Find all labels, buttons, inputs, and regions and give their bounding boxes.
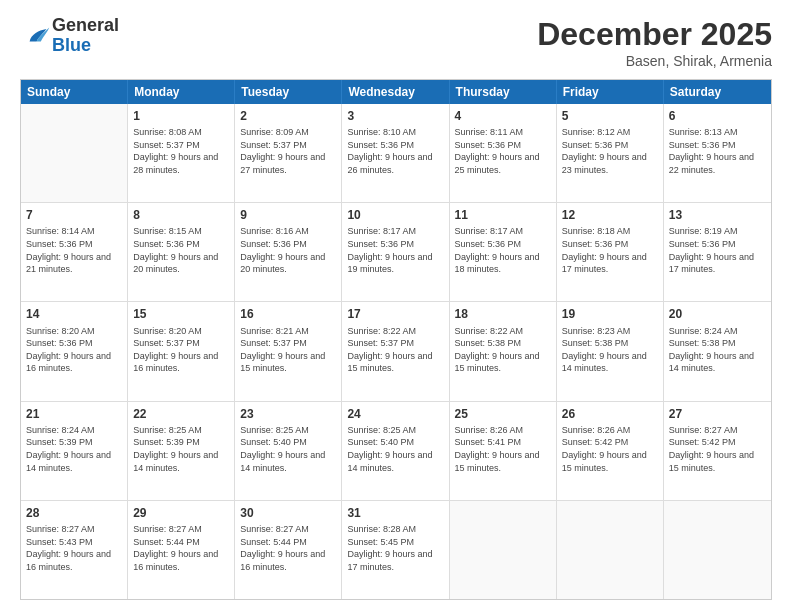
calendar-cell: 11Sunrise: 8:17 AMSunset: 5:36 PMDayligh…: [450, 203, 557, 301]
calendar-cell: 4Sunrise: 8:11 AMSunset: 5:36 PMDaylight…: [450, 104, 557, 202]
sun-info: Sunrise: 8:23 AMSunset: 5:38 PMDaylight:…: [562, 325, 658, 375]
sun-info: Sunrise: 8:26 AMSunset: 5:41 PMDaylight:…: [455, 424, 551, 474]
day-number: 12: [562, 207, 658, 223]
calendar-cell: 12Sunrise: 8:18 AMSunset: 5:36 PMDayligh…: [557, 203, 664, 301]
calendar-cell: 5Sunrise: 8:12 AMSunset: 5:36 PMDaylight…: [557, 104, 664, 202]
day-number: 9: [240, 207, 336, 223]
calendar-cell: 24Sunrise: 8:25 AMSunset: 5:40 PMDayligh…: [342, 402, 449, 500]
sun-info: Sunrise: 8:15 AMSunset: 5:36 PMDaylight:…: [133, 225, 229, 275]
day-number: 14: [26, 306, 122, 322]
subtitle: Basen, Shirak, Armenia: [537, 53, 772, 69]
calendar-cell: 9Sunrise: 8:16 AMSunset: 5:36 PMDaylight…: [235, 203, 342, 301]
calendar: SundayMondayTuesdayWednesdayThursdayFrid…: [20, 79, 772, 600]
calendar-header-cell: Friday: [557, 80, 664, 104]
day-number: 6: [669, 108, 766, 124]
calendar-cell: 3Sunrise: 8:10 AMSunset: 5:36 PMDaylight…: [342, 104, 449, 202]
day-number: 27: [669, 406, 766, 422]
calendar-cell: 27Sunrise: 8:27 AMSunset: 5:42 PMDayligh…: [664, 402, 771, 500]
day-number: 16: [240, 306, 336, 322]
sun-info: Sunrise: 8:19 AMSunset: 5:36 PMDaylight:…: [669, 225, 766, 275]
calendar-cell: 16Sunrise: 8:21 AMSunset: 5:37 PMDayligh…: [235, 302, 342, 400]
sun-info: Sunrise: 8:09 AMSunset: 5:37 PMDaylight:…: [240, 126, 336, 176]
day-number: 29: [133, 505, 229, 521]
calendar-row: 1Sunrise: 8:08 AMSunset: 5:37 PMDaylight…: [21, 104, 771, 203]
sun-info: Sunrise: 8:16 AMSunset: 5:36 PMDaylight:…: [240, 225, 336, 275]
calendar-cell: [21, 104, 128, 202]
calendar-cell: 28Sunrise: 8:27 AMSunset: 5:43 PMDayligh…: [21, 501, 128, 599]
calendar-cell: 8Sunrise: 8:15 AMSunset: 5:36 PMDaylight…: [128, 203, 235, 301]
calendar-header-cell: Tuesday: [235, 80, 342, 104]
day-number: 1: [133, 108, 229, 124]
sun-info: Sunrise: 8:14 AMSunset: 5:36 PMDaylight:…: [26, 225, 122, 275]
calendar-row: 28Sunrise: 8:27 AMSunset: 5:43 PMDayligh…: [21, 501, 771, 599]
sun-info: Sunrise: 8:25 AMSunset: 5:40 PMDaylight:…: [240, 424, 336, 474]
calendar-cell: 25Sunrise: 8:26 AMSunset: 5:41 PMDayligh…: [450, 402, 557, 500]
day-number: 19: [562, 306, 658, 322]
day-number: 22: [133, 406, 229, 422]
sun-info: Sunrise: 8:11 AMSunset: 5:36 PMDaylight:…: [455, 126, 551, 176]
calendar-cell: [664, 501, 771, 599]
calendar-cell: 22Sunrise: 8:25 AMSunset: 5:39 PMDayligh…: [128, 402, 235, 500]
sun-info: Sunrise: 8:17 AMSunset: 5:36 PMDaylight:…: [455, 225, 551, 275]
sun-info: Sunrise: 8:18 AMSunset: 5:36 PMDaylight:…: [562, 225, 658, 275]
sun-info: Sunrise: 8:28 AMSunset: 5:45 PMDaylight:…: [347, 523, 443, 573]
calendar-cell: 15Sunrise: 8:20 AMSunset: 5:37 PMDayligh…: [128, 302, 235, 400]
sun-info: Sunrise: 8:24 AMSunset: 5:39 PMDaylight:…: [26, 424, 122, 474]
sun-info: Sunrise: 8:20 AMSunset: 5:37 PMDaylight:…: [133, 325, 229, 375]
calendar-cell: [450, 501, 557, 599]
month-title: December 2025: [537, 16, 772, 53]
day-number: 17: [347, 306, 443, 322]
sun-info: Sunrise: 8:21 AMSunset: 5:37 PMDaylight:…: [240, 325, 336, 375]
header: General Blue December 2025 Basen, Shirak…: [20, 16, 772, 69]
calendar-header-cell: Sunday: [21, 80, 128, 104]
sun-info: Sunrise: 8:25 AMSunset: 5:40 PMDaylight:…: [347, 424, 443, 474]
sun-info: Sunrise: 8:22 AMSunset: 5:38 PMDaylight:…: [455, 325, 551, 375]
calendar-header-cell: Wednesday: [342, 80, 449, 104]
calendar-cell: 13Sunrise: 8:19 AMSunset: 5:36 PMDayligh…: [664, 203, 771, 301]
sun-info: Sunrise: 8:22 AMSunset: 5:37 PMDaylight:…: [347, 325, 443, 375]
calendar-cell: 21Sunrise: 8:24 AMSunset: 5:39 PMDayligh…: [21, 402, 128, 500]
calendar-row: 14Sunrise: 8:20 AMSunset: 5:36 PMDayligh…: [21, 302, 771, 401]
logo: General Blue: [20, 16, 119, 56]
logo-blue: Blue: [52, 36, 119, 56]
calendar-header-cell: Monday: [128, 80, 235, 104]
sun-info: Sunrise: 8:25 AMSunset: 5:39 PMDaylight:…: [133, 424, 229, 474]
calendar-cell: 29Sunrise: 8:27 AMSunset: 5:44 PMDayligh…: [128, 501, 235, 599]
sun-info: Sunrise: 8:27 AMSunset: 5:43 PMDaylight:…: [26, 523, 122, 573]
sun-info: Sunrise: 8:27 AMSunset: 5:42 PMDaylight:…: [669, 424, 766, 474]
calendar-row: 7Sunrise: 8:14 AMSunset: 5:36 PMDaylight…: [21, 203, 771, 302]
calendar-header: SundayMondayTuesdayWednesdayThursdayFrid…: [21, 80, 771, 104]
day-number: 3: [347, 108, 443, 124]
calendar-cell: 1Sunrise: 8:08 AMSunset: 5:37 PMDaylight…: [128, 104, 235, 202]
day-number: 26: [562, 406, 658, 422]
calendar-header-cell: Saturday: [664, 80, 771, 104]
calendar-cell: 2Sunrise: 8:09 AMSunset: 5:37 PMDaylight…: [235, 104, 342, 202]
day-number: 7: [26, 207, 122, 223]
calendar-body: 1Sunrise: 8:08 AMSunset: 5:37 PMDaylight…: [21, 104, 771, 599]
calendar-row: 21Sunrise: 8:24 AMSunset: 5:39 PMDayligh…: [21, 402, 771, 501]
calendar-cell: 30Sunrise: 8:27 AMSunset: 5:44 PMDayligh…: [235, 501, 342, 599]
sun-info: Sunrise: 8:27 AMSunset: 5:44 PMDaylight:…: [133, 523, 229, 573]
day-number: 23: [240, 406, 336, 422]
day-number: 25: [455, 406, 551, 422]
day-number: 4: [455, 108, 551, 124]
sun-info: Sunrise: 8:12 AMSunset: 5:36 PMDaylight:…: [562, 126, 658, 176]
calendar-cell: 17Sunrise: 8:22 AMSunset: 5:37 PMDayligh…: [342, 302, 449, 400]
calendar-cell: 14Sunrise: 8:20 AMSunset: 5:36 PMDayligh…: [21, 302, 128, 400]
day-number: 20: [669, 306, 766, 322]
calendar-header-cell: Thursday: [450, 80, 557, 104]
calendar-cell: 6Sunrise: 8:13 AMSunset: 5:36 PMDaylight…: [664, 104, 771, 202]
calendar-cell: 31Sunrise: 8:28 AMSunset: 5:45 PMDayligh…: [342, 501, 449, 599]
day-number: 30: [240, 505, 336, 521]
calendar-cell: 10Sunrise: 8:17 AMSunset: 5:36 PMDayligh…: [342, 203, 449, 301]
calendar-cell: 20Sunrise: 8:24 AMSunset: 5:38 PMDayligh…: [664, 302, 771, 400]
day-number: 24: [347, 406, 443, 422]
day-number: 5: [562, 108, 658, 124]
sun-info: Sunrise: 8:13 AMSunset: 5:36 PMDaylight:…: [669, 126, 766, 176]
sun-info: Sunrise: 8:08 AMSunset: 5:37 PMDaylight:…: [133, 126, 229, 176]
calendar-cell: 26Sunrise: 8:26 AMSunset: 5:42 PMDayligh…: [557, 402, 664, 500]
day-number: 11: [455, 207, 551, 223]
sun-info: Sunrise: 8:24 AMSunset: 5:38 PMDaylight:…: [669, 325, 766, 375]
day-number: 18: [455, 306, 551, 322]
sun-info: Sunrise: 8:10 AMSunset: 5:36 PMDaylight:…: [347, 126, 443, 176]
